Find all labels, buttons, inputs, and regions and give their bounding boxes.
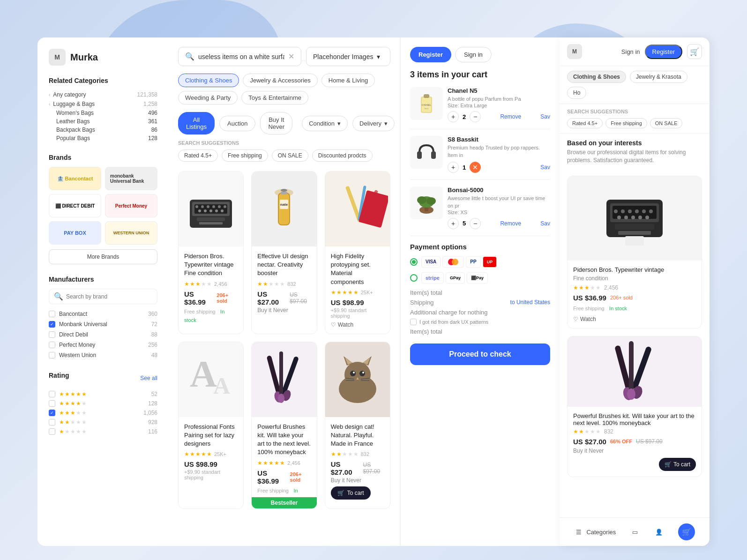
proceed-button[interactable]: Proceed to check <box>410 343 550 365</box>
additional-checkbox[interactable] <box>410 319 417 325</box>
remove-bonsai[interactable]: Remove <box>500 220 521 227</box>
right-to-cart-button-brushes[interactable]: 🛒 To cart <box>659 458 696 471</box>
qty-decrease-basskit[interactable]: + <box>448 162 459 173</box>
search-category-dropdown[interactable]: Placehonder Images ▾ <box>306 47 390 66</box>
save-basskit[interactable]: Sav <box>540 164 550 171</box>
sign-in-link[interactable]: Sign in <box>621 48 640 55</box>
rating-1-item[interactable]: ★★★★★ 116 <box>49 427 157 436</box>
tab-auction[interactable]: Auction <box>219 116 255 131</box>
save-chanel[interactable]: Sav <box>540 113 550 120</box>
nav-cart-button[interactable]: 🛒 <box>678 523 695 540</box>
payment-option-digital[interactable]: stripe GPay ⬛Pay <box>410 272 550 284</box>
womens-bags-item[interactable]: Women's Bags 496 <box>56 109 157 117</box>
cart-icon-button[interactable]: 🛒 <box>687 44 702 59</box>
luggage-bags-item[interactable]: ‹ Luggage & Bags 1,258 <box>49 99 157 109</box>
product-body-cat: Web design cat! Natural. Playful. Made i… <box>325 417 390 506</box>
see-all-button[interactable]: See all <box>140 375 157 381</box>
save-bonsai[interactable]: Sav <box>540 220 550 227</box>
tag-on-sale[interactable]: ON SALE <box>272 149 308 162</box>
rating-2-item[interactable]: ★★★★★ 928 <box>49 418 157 427</box>
register-button[interactable]: Register <box>645 45 682 59</box>
price-row: US $36.99 206+ sold <box>184 290 238 306</box>
mfr-western-checkbox[interactable] <box>49 352 55 358</box>
right-tab-clothing[interactable]: Clothing & Shoes <box>567 71 626 83</box>
qty-remove-basskit[interactable]: ✕ <box>470 162 481 173</box>
mfr-direct-checkbox[interactable] <box>49 331 55 338</box>
leather-bags-item[interactable]: Leather Bags 361 <box>56 117 157 126</box>
svg-rect-55 <box>417 151 422 159</box>
right-tag-on-sale[interactable]: ON SALE <box>650 118 683 128</box>
rating-4-item[interactable]: ★★★★★ 128 <box>49 399 157 408</box>
tab-buy-it-never[interactable]: Buy It Never <box>260 112 292 134</box>
rating-4-stars: ★★★★★ <box>59 400 87 407</box>
search-brand-input[interactable] <box>66 293 152 300</box>
register-button-cart[interactable]: Register <box>410 47 451 62</box>
right-tag-rated[interactable]: Rated 4.5+ <box>567 118 603 128</box>
qty-increase-chanel[interactable]: − <box>470 111 481 122</box>
rating-2-checkbox[interactable] <box>49 419 55 426</box>
nav-user[interactable]: 👤 <box>654 527 664 537</box>
brand-monobank[interactable]: monobank Universal Bank <box>105 167 157 190</box>
rating-3-checkbox[interactable]: ✓ <box>49 410 55 416</box>
mfr-monbank-checkbox[interactable]: ✓ <box>49 321 55 328</box>
mfr-western[interactable]: Western Union 48 <box>49 350 157 360</box>
tag-discounted[interactable]: Discounted prodcts <box>312 149 373 162</box>
search-clear-icon[interactable]: ✕ <box>288 52 294 61</box>
mfr-bancontact[interactable]: Bancontact 360 <box>49 309 157 319</box>
rating-5-checkbox[interactable] <box>49 391 55 397</box>
tag-free-shipping[interactable]: Free shipping <box>222 149 268 162</box>
sign-in-button-cart[interactable]: Sign in <box>455 47 492 62</box>
backpack-bags-item[interactable]: Backpack Bags 86 <box>56 126 157 134</box>
mfr-perfect[interactable]: Perfect Money 256 <box>49 340 157 350</box>
brand-bancontact[interactable]: 🏦 Bancontact <box>49 167 101 190</box>
right-tag-free-shipping[interactable]: Free shipping <box>605 118 647 128</box>
radio-card[interactable] <box>410 258 418 266</box>
cart-item-name-basskit: S8 Basskit <box>448 136 550 143</box>
qty-decrease-bonsai[interactable]: + <box>448 218 459 229</box>
popular-bags-item[interactable]: Popular Bags 128 <box>56 134 157 142</box>
logo-box: M <box>49 49 66 66</box>
brand-paybox[interactable]: PAY BOX <box>49 221 101 245</box>
mfr-bancontact-checkbox[interactable] <box>49 311 55 317</box>
shipping-destination[interactable]: to United States <box>510 299 550 306</box>
rating-4-checkbox[interactable] <box>49 400 55 407</box>
cart-icon: 🛒 <box>665 461 672 468</box>
mfr-western-label: Western Union <box>59 352 96 358</box>
right-watch-button-typewriter[interactable]: ♡ Watch <box>573 316 596 322</box>
qty-increase-bonsai[interactable]: − <box>470 218 481 229</box>
tab-jewelry[interactable]: Jewelry & Accessories <box>243 74 317 87</box>
brand-direct-debit[interactable]: ⬛ DIRECT DEBIT <box>49 194 101 217</box>
any-category-item[interactable]: ‹ Any category 121,358 <box>49 90 157 99</box>
qty-decrease-chanel[interactable]: + <box>448 111 459 122</box>
remove-chanel[interactable]: Remove <box>500 113 521 120</box>
condition-dropdown[interactable]: Condition ▾ <box>302 116 348 131</box>
tab-all-listings[interactable]: All Listings <box>178 112 215 134</box>
nav-categories[interactable]: ☰ Categories <box>574 527 616 537</box>
mfr-perfect-checkbox[interactable] <box>49 342 55 348</box>
watch-button[interactable]: ♡ Watch <box>331 321 354 328</box>
tag-rated[interactable]: Rated 4.5+ <box>178 149 218 162</box>
mfr-monbank[interactable]: ✓ Monbank Universal 72 <box>49 319 157 329</box>
more-brands-button[interactable]: More Brands <box>49 249 157 264</box>
product-meta: Free shipping In stock <box>184 307 238 324</box>
delivery-dropdown[interactable]: Delivery ▾ <box>352 116 395 131</box>
tab-home-living[interactable]: Home & Living <box>321 74 375 87</box>
mfr-direct[interactable]: Direct Debil 88 <box>49 329 157 340</box>
right-tab-ho[interactable]: Ho <box>567 87 586 99</box>
brand-perfect-money[interactable]: Perfect Money <box>105 194 157 217</box>
payment-option-card[interactable]: VISA PP UP <box>410 256 550 268</box>
right-tab-jewelry[interactable]: Jewelry & Krasota <box>630 71 687 83</box>
brand-western-union[interactable]: WESTERN UNION <box>105 221 157 245</box>
tab-clothing-shoes[interactable]: Clothing & Shoes <box>178 74 239 87</box>
stars-icon: ★★★★★ <box>573 428 601 435</box>
nav-card[interactable]: ▭ <box>630 527 640 537</box>
tab-toys[interactable]: Toys & Entertainme <box>241 91 308 105</box>
rating-5-item[interactable]: ★★★★★ 52 <box>49 389 157 399</box>
to-cart-button[interactable]: 🛒 To cart <box>331 486 371 500</box>
tab-weeding-party[interactable]: Weeding & Party <box>178 91 238 105</box>
rating-1-checkbox[interactable] <box>49 428 55 435</box>
rating-3-item[interactable]: ✓ ★★★★★ 1,056 <box>49 408 157 418</box>
qty-control-chanel: + 2 − <box>448 111 481 122</box>
radio-digital[interactable] <box>410 274 418 282</box>
search-input[interactable] <box>198 53 284 60</box>
